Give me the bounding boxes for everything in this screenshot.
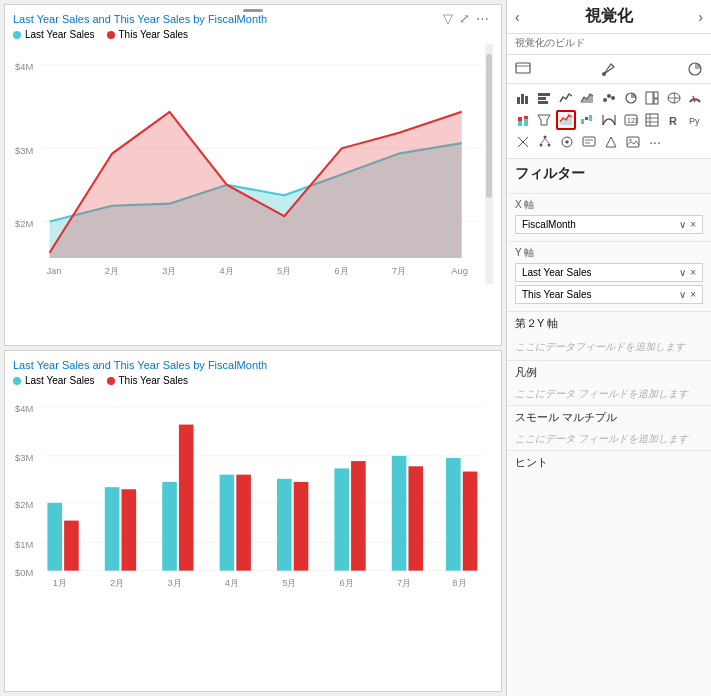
bottom-legend-item-ty: This Year Sales [107,375,189,386]
vis-icon-table[interactable] [642,110,662,130]
vis-icon-bar[interactable] [513,88,533,108]
bar-ly-3 [162,482,177,571]
vis-icon-text[interactable] [579,132,599,152]
svg-point-45 [611,96,615,100]
vis-icon-py[interactable]: Py [685,110,705,130]
nav-paint-icon[interactable] [513,59,533,79]
x-axis-field-icons: ∨ × [679,219,696,230]
bottom-chart-title: Last Year Sales and This Year Sales by F… [13,359,493,371]
nav-brush-icon[interactable] [599,59,619,79]
y-axis-ty-chevron[interactable]: ∨ [679,289,686,300]
svg-text:2月: 2月 [105,265,119,276]
svg-text:7月: 7月 [392,265,406,276]
vis-icon-area[interactable] [578,88,598,108]
top-chart-title: Last Year Sales and This Year Sales by F… [13,13,493,25]
bottom-chart-panel: Last Year Sales and This Year Sales by F… [4,350,502,692]
vis-icon-pie[interactable] [621,88,641,108]
vis-icon-map[interactable] [664,88,684,108]
expand-icon[interactable]: ⤢ [459,11,470,26]
legend-dot-ly [13,31,21,39]
vis-icon-ai[interactable] [557,132,577,152]
svg-point-43 [603,98,607,102]
panel-subtitle: 視覚化のビルド [507,34,711,55]
x-axis-remove[interactable]: × [690,219,696,230]
svg-rect-61 [589,115,592,121]
svg-point-44 [607,94,611,98]
vis-icon-more[interactable]: ··· [645,132,665,152]
vis-icon-funnel[interactable] [535,110,555,130]
vis-icon-row-2: 123 R Py [513,110,705,130]
bottom-legend-label-ty: This Year Sales [119,375,189,386]
y-axis-ly-chevron[interactable]: ∨ [679,267,686,278]
filter-title: フィルター [515,165,703,183]
vis-icon-xy[interactable] [513,132,533,152]
svg-text:3月: 3月 [167,577,181,588]
top-chart-panel: ▽ ⤢ ⋯ Last Year Sales and This Year Sale… [4,4,502,346]
svg-text:6月: 6月 [334,265,348,276]
legend-label: 凡例 [515,365,703,380]
vis-icon-r[interactable]: R [664,110,684,130]
svg-text:$1M: $1M [15,539,33,550]
vis-icon-card[interactable]: 123 [621,110,641,130]
svg-text:$4M: $4M [15,403,33,414]
svg-rect-39 [538,93,550,96]
bottom-chart-legend: Last Year Sales This Year Sales [13,375,493,386]
vis-icon-treemap[interactable] [642,88,662,108]
bottom-legend-dot-ly [13,377,21,385]
vis-icon-scatter[interactable] [599,88,619,108]
vis-icon-stacked[interactable] [513,110,533,130]
svg-text:5月: 5月 [277,265,291,276]
filter-icon[interactable]: ▽ [443,11,453,26]
legend-dot-ty [107,31,115,39]
vis-icon-area-line-selected[interactable] [556,110,576,130]
nav-analytics-icon[interactable] [685,59,705,79]
main-area: ▽ ⤢ ⋯ Last Year Sales and This Year Sale… [0,0,506,696]
back-icon[interactable]: ‹ [515,9,520,25]
small-multiple-label: スモール マルチプル [515,410,703,425]
y-axis-ty-remove[interactable]: × [690,289,696,300]
bar-ly-2 [105,487,120,570]
top-chart-scrollbar[interactable] [485,44,493,284]
svg-rect-41 [538,101,548,104]
second-y-placeholder: ここにデータフィールドを追加します [515,341,685,352]
svg-rect-59 [581,119,584,124]
y-axis-field-ly: Last Year Sales ∨ × [515,263,703,282]
svg-text:$2M: $2M [15,218,33,229]
vis-icon-ribbon[interactable] [599,110,619,130]
vis-icon-line[interactable] [556,88,576,108]
svg-rect-80 [583,137,595,146]
svg-marker-83 [606,137,616,147]
hint-section: ヒント [507,450,711,474]
small-multiple-placeholder: ここにデータ フィールドを追加します [515,433,688,444]
panel-title: 視覚化 [585,6,633,27]
forward-icon[interactable]: › [698,9,703,25]
svg-rect-37 [521,94,524,104]
svg-text:2月: 2月 [110,577,124,588]
panel-header: ‹ 視覚化 › [507,0,711,34]
filter-section: フィルター [507,159,711,193]
vis-icon-bar2[interactable] [535,88,555,108]
svg-rect-55 [524,119,528,126]
bar-ty-3 [179,425,194,571]
more-icon[interactable]: ⋯ [476,11,489,26]
svg-point-75 [540,144,543,147]
y-axis-ly-remove[interactable]: × [690,267,696,278]
bar-ty-6 [351,461,366,571]
y-axis-ty-icons: ∨ × [679,289,696,300]
vis-icon-image[interactable] [623,132,643,152]
svg-text:8月: 8月 [452,577,466,588]
bottom-legend-item-ly: Last Year Sales [13,375,95,386]
bar-ty-8 [463,472,478,571]
vis-icon-waterfall[interactable] [578,110,598,130]
top-chart-legend: Last Year Sales This Year Sales [13,29,493,40]
small-multiple-section: スモール マルチプル ここにデータ フィールドを追加します [507,405,711,450]
vis-icon-gauge[interactable] [686,88,706,108]
vis-icon-shape[interactable] [601,132,621,152]
svg-rect-49 [654,99,658,104]
svg-point-74 [544,136,547,139]
svg-text:7月: 7月 [397,577,411,588]
right-panel: ‹ 視覚化 › 視覚化のビルド [506,0,711,696]
legend-section: 凡例 ここにデータ フィールドを追加します [507,360,711,405]
x-axis-chevron[interactable]: ∨ [679,219,686,230]
vis-icon-decomp[interactable] [535,132,555,152]
